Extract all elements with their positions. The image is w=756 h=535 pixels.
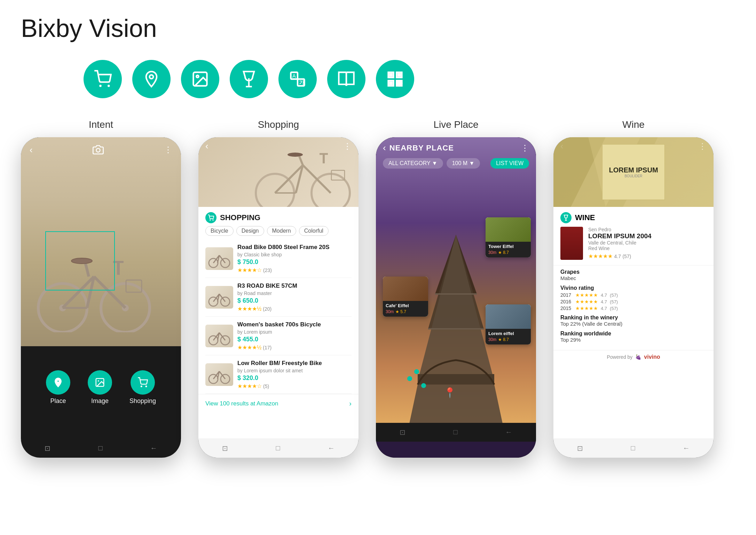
- translate-icon[interactable]: A 가: [278, 60, 317, 98]
- wine-label: Wine: [622, 119, 645, 130]
- book-icon[interactable]: [327, 60, 365, 98]
- object-detection-box: [45, 231, 115, 290]
- shopping-title: SHOPPING: [220, 213, 260, 222]
- more-options-icon[interactable]: ⋮: [164, 145, 172, 155]
- more-options-icon[interactable]: ⋮: [521, 143, 529, 153]
- category-filter[interactable]: ALL CATEGORY ▼: [383, 158, 443, 169]
- wine-hero-image: ‹ ⋮ LOREM IPSUM BOULIDER: [553, 137, 714, 207]
- tag-design[interactable]: Design: [236, 226, 264, 236]
- home-icon[interactable]: □: [276, 444, 280, 452]
- nav-bar: ⊡ □ ←: [21, 439, 181, 458]
- vivino-rating-section: Vivino rating 2017 ★★★★★ 4.7 (57) 2016 ★…: [560, 285, 707, 311]
- year-2015: 2015: [560, 305, 573, 311]
- svg-line-55: [219, 255, 225, 263]
- wine-label-title: LOREM IPSUM: [609, 166, 658, 174]
- review-count: (17): [263, 345, 271, 350]
- shopping-cart-icon[interactable]: [84, 60, 122, 98]
- view-more-row[interactable]: View 100 results at Amazon ›: [198, 394, 359, 413]
- recent-apps-icon[interactable]: ⊡: [222, 444, 228, 452]
- product-item[interactable]: Road Bike D800 Steel Frame 20S by Classi…: [205, 239, 352, 278]
- product-stars: ★★★★☆: [237, 383, 262, 389]
- place-card-lorem-eiffel[interactable]: Lorem eiffel 30m ★ 8.7: [486, 304, 531, 344]
- svg-line-70: [219, 371, 225, 379]
- rating-val-2015: 4.7: [601, 306, 607, 311]
- nav-bar: ⊡ □ ←: [553, 439, 714, 458]
- product-list: Road Bike D800 Steel Frame 20S by Classi…: [198, 239, 359, 394]
- back-button[interactable]: ‹: [383, 142, 386, 153]
- filter-tags: Bicycle Design Modern Colorful: [198, 226, 359, 239]
- product-name: Road Bike D800 Steel Frame 20S: [237, 243, 352, 251]
- map-dot: [407, 376, 412, 381]
- place-card-tower-eiffel[interactable]: Tower Eiffel 30m ★ 8.7: [486, 217, 531, 257]
- svg-rect-13: [398, 74, 401, 76]
- product-item[interactable]: R3 ROAD BIKE 57CM by Road master $ 650.0…: [205, 278, 352, 317]
- back-nav-icon[interactable]: ←: [683, 444, 690, 452]
- svg-rect-18: [400, 84, 402, 86]
- review-count: (20): [263, 306, 271, 312]
- qr-code-icon[interactable]: [376, 60, 414, 98]
- product-item[interactable]: Women's basket 700s Bicycle by Lorem ips…: [205, 317, 352, 355]
- rating-row-2016: 2016 ★★★★★ 4.7 (57): [560, 299, 707, 304]
- shopping-phone: ‹ ⋮: [198, 137, 359, 458]
- product-item[interactable]: Low Roller BM/ Freestyle Bike by Lorem i…: [205, 355, 352, 394]
- wine-section-header: WINE: [553, 207, 714, 227]
- svg-point-4: [196, 75, 199, 78]
- back-nav-icon[interactable]: ←: [505, 428, 512, 436]
- svg-point-46: [288, 153, 303, 157]
- nav-bar: ⊡ □ ←: [198, 439, 359, 458]
- product-seller: by Lorem ipsum: [237, 329, 352, 335]
- back-button[interactable]: ‹: [205, 141, 208, 152]
- image-action[interactable]: Image: [88, 370, 112, 405]
- rating-row-2017: 2017 ★★★★★ 4.7 (57): [560, 292, 707, 298]
- recent-apps-icon[interactable]: ⊡: [45, 444, 50, 452]
- tag-modern[interactable]: Modern: [267, 226, 296, 236]
- wine-review-count: (57): [622, 254, 631, 259]
- image-icon[interactable]: [181, 60, 219, 98]
- wine-bottle-image: [560, 227, 583, 260]
- rating-val-2017: 4.7: [601, 293, 607, 298]
- place-card-cafe-eiffel[interactable]: Cafe' Eiffel 30m ★ 5.7: [383, 277, 428, 317]
- list-view-button[interactable]: LIST VIEW: [490, 158, 529, 169]
- tag-bicycle[interactable]: Bicycle: [205, 226, 234, 236]
- product-seller: by Road master: [237, 290, 352, 296]
- review-count: (23): [263, 268, 272, 273]
- home-icon[interactable]: □: [453, 428, 457, 436]
- place-action[interactable]: Place: [46, 370, 70, 405]
- product-seller: by Classic bike shop: [237, 252, 352, 257]
- svg-point-1: [108, 85, 110, 87]
- intent-camera-view: ‹ ⋮: [21, 137, 181, 346]
- svg-rect-16: [400, 80, 402, 83]
- home-icon[interactable]: □: [631, 444, 635, 452]
- product-info: Women's basket 700s Bicycle by Lorem ips…: [237, 321, 352, 351]
- location-pin-icon[interactable]: [132, 60, 171, 98]
- recent-apps-icon[interactable]: ⊡: [400, 428, 405, 436]
- review-count: (5): [263, 383, 269, 389]
- powered-by-row: Powered by 🍇 vivino: [553, 350, 714, 364]
- back-button[interactable]: ‹: [30, 145, 33, 155]
- tag-colorful[interactable]: Colorful: [299, 226, 329, 236]
- ranking-worldwide-value: Top 29%: [560, 337, 581, 343]
- svg-line-60: [219, 294, 225, 302]
- product-image: [205, 325, 233, 347]
- liveplace-map-view: ‹ NEARBY PLACE ⋮ ALL CATEGORY ▼ 100 M ▼ …: [376, 137, 536, 423]
- wine-name: LOREM IPSUM 2004: [588, 232, 707, 240]
- svg-point-34: [57, 380, 59, 382]
- place-distance: 30m: [386, 309, 394, 314]
- distance-filter[interactable]: 100 M ▼: [447, 158, 480, 169]
- svg-line-42: [303, 165, 331, 193]
- wine-stars-display: ★★★★★: [588, 253, 613, 259]
- back-nav-icon[interactable]: ←: [150, 444, 157, 452]
- place-name: Lorem eiffel: [488, 331, 528, 336]
- recent-apps-icon[interactable]: ⊡: [577, 444, 583, 452]
- product-info: Low Roller BM/ Freestyle Bike by Lorem i…: [237, 359, 352, 389]
- product-stars: ★★★★½: [237, 306, 261, 312]
- view-more-arrow-icon: ›: [349, 400, 352, 408]
- product-info: Road Bike D800 Steel Frame 20S by Classi…: [237, 243, 352, 273]
- shopping-label: Shopping: [129, 397, 156, 405]
- back-nav-icon[interactable]: ←: [328, 444, 335, 452]
- powered-by-text: Powered by: [607, 354, 632, 360]
- wine-glass-icon[interactable]: [230, 60, 268, 98]
- svg-point-0: [99, 85, 102, 87]
- home-icon[interactable]: □: [98, 444, 102, 452]
- shopping-action[interactable]: Shopping: [129, 370, 156, 405]
